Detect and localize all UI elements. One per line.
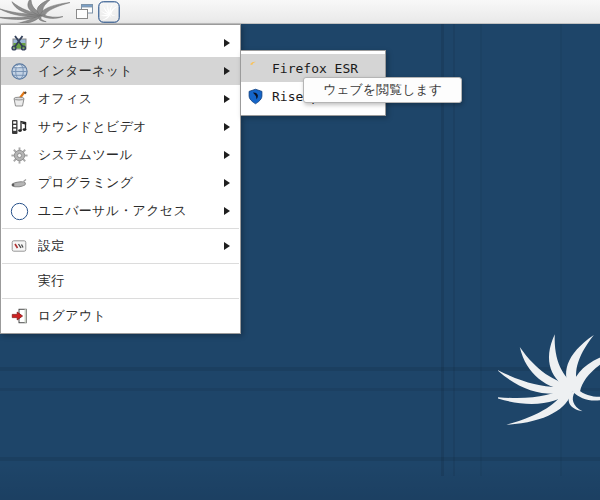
menu-item-label: オフィス (38, 90, 224, 108)
menu-item-label: インターネット (38, 62, 224, 80)
submenu-arrow-icon (224, 242, 230, 250)
menu-item-label: システムツール (38, 146, 224, 164)
tails-app-button[interactable] (98, 1, 120, 23)
menu-item-label: アクセサリ (38, 34, 224, 52)
menu-separator (2, 298, 239, 299)
submenu-arrow-icon (224, 39, 230, 47)
menu-separator (2, 228, 239, 229)
applications-menu-popup: アクセサリ インターネット (0, 24, 241, 334)
menu-item-label: ユニバーサル・アクセス (38, 202, 224, 220)
menu-item-label: ログアウト (38, 307, 230, 325)
menu-item-label: 設定 (38, 237, 224, 255)
submenu-arrow-icon (224, 95, 230, 103)
submenu-arrow-icon (224, 67, 230, 75)
logout-icon (9, 306, 29, 326)
tails-swirl-blue-icon (98, 1, 120, 23)
internet-globe-icon (9, 61, 29, 81)
programming-icon (9, 173, 29, 193)
menu-item-system-tools[interactable]: システムツール (1, 141, 240, 169)
submenu-arrow-icon (224, 151, 230, 159)
menu-item-run[interactable]: 実行 (1, 267, 240, 295)
overlapping-windows-icon (74, 2, 94, 22)
windows-list-button[interactable] (73, 1, 95, 23)
menu-item-label: サウンドとビデオ (38, 118, 224, 136)
sound-video-icon (9, 117, 29, 137)
riseup-shield-icon (247, 88, 264, 105)
settings-icon (9, 236, 29, 256)
office-icon (9, 89, 29, 109)
tooltip: ウェブを閲覧します (303, 77, 462, 103)
tails-logo (498, 334, 600, 426)
menu-item-accessories[interactable]: アクセサリ (1, 29, 240, 57)
menu-item-settings[interactable]: 設定 (1, 232, 240, 260)
system-tools-icon (9, 145, 29, 165)
submenu-arrow-icon (224, 207, 230, 215)
menu-item-internet[interactable]: インターネット (1, 57, 240, 85)
submenu-arrow-icon (224, 123, 230, 131)
tails-swirl-grayscale-icon (0, 0, 70, 23)
desktop-screen: アクセサリ インターネット (0, 0, 600, 500)
applications-menu-button[interactable] (0, 0, 70, 23)
accessories-icon (9, 33, 29, 53)
firefox-icon (247, 60, 264, 77)
menu-item-label: プログラミング (38, 174, 224, 192)
menu-separator (2, 263, 239, 264)
tooltip-text: ウェブを閲覧します (323, 81, 442, 99)
menu-item-programming[interactable]: プログラミング (1, 169, 240, 197)
menu-item-office[interactable]: オフィス (1, 85, 240, 113)
submenu-arrow-icon (224, 179, 230, 187)
top-panel (0, 0, 600, 24)
menu-item-universal-access[interactable]: ユニバーサル・アクセス (1, 197, 240, 225)
submenu-item-label: Firefox ESR (272, 61, 358, 76)
universal-access-icon (9, 201, 29, 221)
menu-item-label: 実行 (38, 272, 230, 290)
menu-item-logout[interactable]: ログアウト (1, 302, 240, 330)
menu-item-sound-video[interactable]: サウンドとビデオ (1, 113, 240, 141)
empty-icon-slot (9, 271, 29, 291)
